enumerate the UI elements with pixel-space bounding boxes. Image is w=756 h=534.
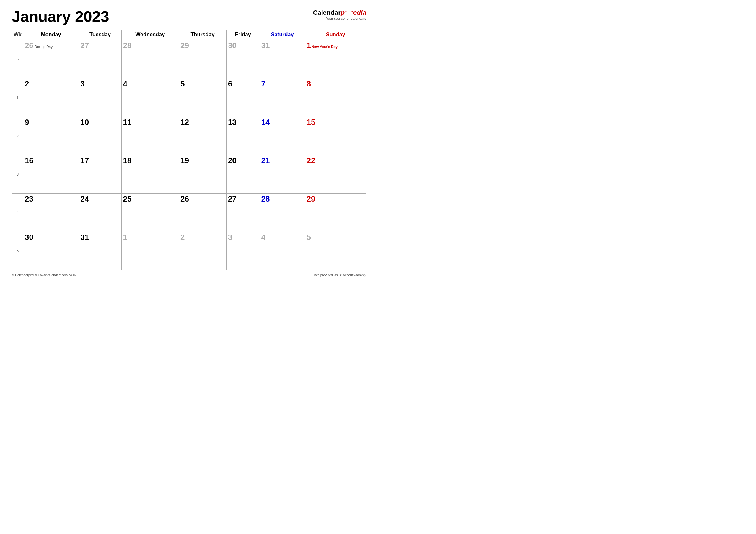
week-number-1: 52: [12, 40, 23, 78]
logo: Calendarpco.ukedia Your source for calen…: [313, 9, 366, 21]
calendar-table: Wk Monday Tuesday Wednesday Thursday Fri…: [12, 30, 366, 270]
logo-pedia: pco.ukedia: [341, 9, 366, 16]
day-cell[interactable]: 5: [305, 232, 366, 270]
day-cell[interactable]: 11: [122, 116, 179, 155]
day-number: 31: [80, 233, 120, 242]
logo-subtitle: Your source for calendars: [313, 16, 366, 21]
day-cell[interactable]: 18: [122, 155, 179, 193]
day-cell[interactable]: 8: [305, 78, 366, 116]
day-cell[interactable]: 4: [122, 78, 179, 116]
day-cell[interactable]: 26Boxing Day: [23, 40, 79, 78]
day-cell[interactable]: 28: [259, 193, 305, 232]
col-header-wk: Wk: [12, 30, 23, 40]
day-number: 7: [261, 80, 304, 88]
day-cell[interactable]: 24: [79, 193, 122, 232]
day-number: 30: [228, 41, 258, 50]
day-cell[interactable]: 20: [226, 155, 259, 193]
day-cell[interactable]: 30: [226, 40, 259, 78]
week-number-5: 4: [12, 193, 23, 232]
event-label: New Year's Day: [311, 45, 338, 49]
day-cell[interactable]: 22: [305, 155, 366, 193]
day-number: 18: [123, 156, 177, 165]
day-number: 21: [261, 156, 304, 165]
page-footer: © Calendarpedia® www.calendarpedia.co.uk…: [12, 273, 366, 277]
footer-left: © Calendarpedia® www.calendarpedia.co.uk: [12, 273, 76, 277]
day-cell[interactable]: 29: [305, 193, 366, 232]
day-number: 19: [180, 156, 225, 165]
day-number: 26: [25, 41, 33, 50]
day-cell[interactable]: 17: [79, 155, 122, 193]
col-header-sun: Sunday: [305, 30, 366, 40]
week-number-3: 2: [12, 116, 23, 155]
day-number: 23: [25, 195, 77, 203]
day-number: 27: [228, 195, 258, 203]
col-header-tue: Tuesday: [79, 30, 122, 40]
day-number: 24: [80, 195, 120, 203]
col-header-sat: Saturday: [259, 30, 305, 40]
day-number: 29: [180, 41, 225, 50]
day-cell[interactable]: 29: [179, 40, 226, 78]
day-cell[interactable]: 16: [23, 155, 79, 193]
day-number: 1: [123, 233, 177, 242]
day-cell[interactable]: 1New Year's Day: [305, 40, 366, 78]
day-number: 31: [261, 41, 304, 50]
day-number: 4: [261, 233, 304, 242]
day-cell[interactable]: 27: [226, 193, 259, 232]
day-cell[interactable]: 3: [79, 78, 122, 116]
day-cell[interactable]: 9: [23, 116, 79, 155]
day-number: 16: [25, 156, 77, 165]
day-number: 25: [123, 195, 177, 203]
logo-text: Calendarpco.ukedia: [313, 9, 366, 16]
day-cell[interactable]: 30: [23, 232, 79, 270]
day-number: 29: [307, 195, 364, 203]
day-cell[interactable]: 7: [259, 78, 305, 116]
day-cell[interactable]: 31: [79, 232, 122, 270]
day-cell[interactable]: 28: [122, 40, 179, 78]
logo-calendar: Calendar: [313, 9, 341, 16]
day-cell[interactable]: 25: [122, 193, 179, 232]
col-header-thu: Thursday: [179, 30, 226, 40]
day-number: 17: [80, 156, 120, 165]
col-header-mon: Monday: [23, 30, 79, 40]
day-number: 14: [261, 118, 304, 127]
week-number-6: 5: [12, 232, 23, 270]
day-number: 2: [180, 233, 225, 242]
day-cell[interactable]: 2: [23, 78, 79, 116]
day-number: 1: [307, 41, 311, 50]
month-title: January 2023: [12, 9, 109, 24]
col-header-wed: Wednesday: [122, 30, 179, 40]
day-cell[interactable]: 12: [179, 116, 226, 155]
day-cell[interactable]: 26: [179, 193, 226, 232]
day-number: 6: [228, 80, 258, 88]
day-cell[interactable]: 15: [305, 116, 366, 155]
day-cell[interactable]: 10: [79, 116, 122, 155]
day-number: 28: [123, 41, 177, 50]
day-cell[interactable]: 27: [79, 40, 122, 78]
day-number: 10: [80, 118, 120, 127]
day-number: 11: [123, 118, 177, 127]
day-cell[interactable]: 13: [226, 116, 259, 155]
day-cell[interactable]: 6: [226, 78, 259, 116]
day-cell[interactable]: 21: [259, 155, 305, 193]
day-number: 2: [25, 80, 77, 88]
day-cell[interactable]: 3: [226, 232, 259, 270]
event-label: Boxing Day: [35, 45, 53, 49]
week-row-3: 29101112131415: [12, 116, 366, 155]
week-number-2: 1: [12, 78, 23, 116]
week-row-6: 5303112345: [12, 232, 366, 270]
day-cell[interactable]: 4: [259, 232, 305, 270]
day-number: 9: [25, 118, 77, 127]
page-header: January 2023 Calendarpco.ukedia Your sou…: [12, 9, 366, 24]
day-cell[interactable]: 2: [179, 232, 226, 270]
day-cell[interactable]: 19: [179, 155, 226, 193]
day-cell[interactable]: 5: [179, 78, 226, 116]
day-cell[interactable]: 1: [122, 232, 179, 270]
day-cell[interactable]: 14: [259, 116, 305, 155]
day-cell[interactable]: 31: [259, 40, 305, 78]
day-number: 8: [307, 80, 364, 88]
day-cell[interactable]: 23: [23, 193, 79, 232]
day-number: 4: [123, 80, 177, 88]
week-number-4: 3: [12, 155, 23, 193]
day-number: 15: [307, 118, 364, 127]
day-number: 28: [261, 195, 304, 203]
